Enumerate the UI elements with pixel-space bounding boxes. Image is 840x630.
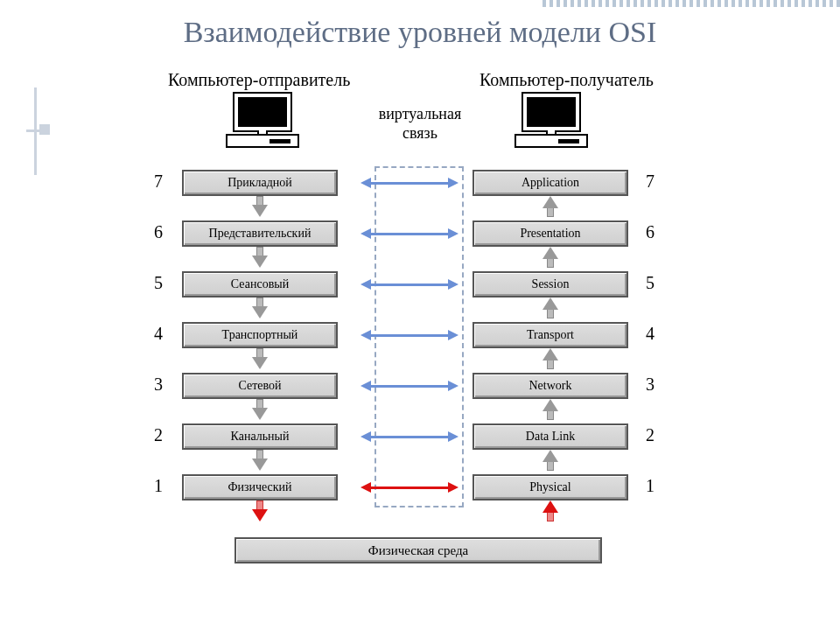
down-arrow-left-4 [250, 348, 270, 369]
left-number-1: 1 [154, 476, 163, 496]
right-number-2: 2 [646, 425, 654, 445]
left-number-4: 4 [154, 324, 163, 344]
peer-arrow-2 [360, 434, 458, 439]
right-layer-3: Network [472, 373, 628, 399]
up-arrow-right-2 [541, 450, 560, 471]
physical-medium-label: Физическая среда [368, 543, 468, 558]
peer-arrow-7 [360, 180, 458, 186]
down-arrow-left-3 [250, 399, 270, 420]
peer-arrow-6 [360, 231, 458, 236]
page-title: Взаимодействие уровней модели OSI [0, 16, 840, 49]
peer-arrow-3 [360, 383, 458, 388]
right-layer-1: Physical [472, 474, 628, 500]
sender-computer-icon [226, 92, 299, 151]
left-layer-7: Прикладной [182, 170, 338, 196]
left-number-3: 3 [154, 374, 163, 395]
left-layer-5: Сеансовый [182, 271, 338, 298]
left-layer-4: Транспортный [182, 322, 338, 348]
left-layer-1: Физический [182, 474, 338, 500]
up-arrow-right-4 [541, 348, 560, 369]
down-arrow-left-2 [250, 450, 270, 471]
peer-arrow-5 [360, 282, 458, 287]
virtual-link-label-2: связь [368, 124, 472, 143]
left-column-header: Компьютер-отправитель [168, 70, 350, 90]
peer-arrow-1 [360, 485, 458, 490]
left-number-5: 5 [154, 273, 163, 293]
down-arrow-left-6 [250, 247, 270, 268]
right-layer-2: Data Link [472, 424, 628, 450]
right-number-3: 3 [646, 374, 654, 395]
slide-decoration [26, 88, 46, 175]
left-layer-3: Сетевой [182, 373, 338, 399]
up-arrow-right-5 [541, 298, 560, 318]
physical-medium-box: Физическая среда [234, 537, 602, 564]
up-arrow-right-1 [541, 500, 560, 522]
left-layer-6: Представительский [182, 220, 338, 247]
right-number-6: 6 [646, 222, 654, 242]
left-number-6: 6 [154, 222, 163, 242]
left-number-7: 7 [154, 172, 163, 192]
up-arrow-right-6 [541, 247, 560, 268]
down-arrow-left-1 [250, 500, 270, 522]
virtual-link-label-1: виртуальная [368, 105, 472, 123]
right-number-4: 4 [646, 324, 654, 344]
down-arrow-left-7 [250, 196, 270, 217]
left-layer-2: Канальный [182, 424, 338, 450]
header-dots [542, 0, 840, 7]
right-layer-4: Transport [472, 322, 628, 348]
right-layer-6: Presentation [472, 220, 628, 247]
right-layer-5: Session [472, 271, 628, 298]
peer-arrow-4 [360, 332, 458, 338]
left-number-2: 2 [154, 425, 163, 445]
right-layer-7: Application [472, 170, 628, 196]
right-number-1: 1 [646, 476, 654, 496]
up-arrow-right-7 [541, 196, 560, 217]
receiver-computer-icon [514, 92, 588, 151]
down-arrow-left-5 [250, 298, 270, 318]
right-number-7: 7 [646, 172, 654, 192]
up-arrow-right-3 [541, 399, 560, 420]
right-column-header: Компьютер-получатель [480, 70, 654, 90]
right-number-5: 5 [646, 273, 654, 293]
